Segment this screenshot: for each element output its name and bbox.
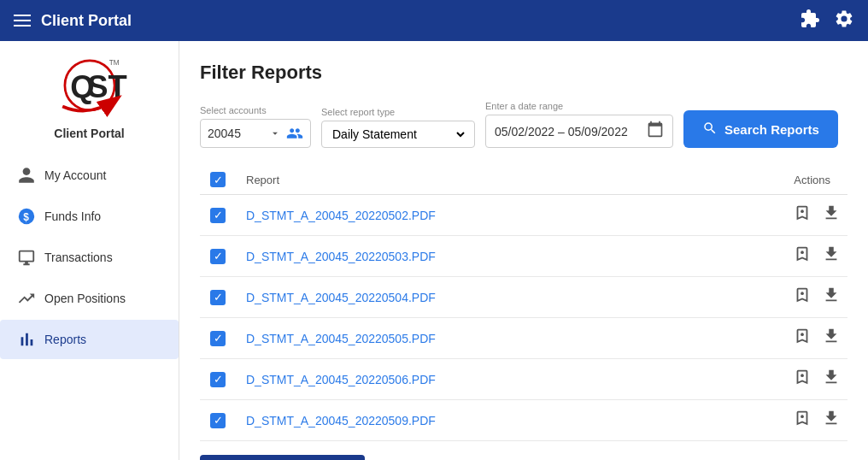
logo-container: Q ST TM Client Portal	[47, 55, 132, 140]
trending-up-icon	[17, 289, 36, 308]
report-type-label: Select report type	[321, 107, 475, 117]
svg-point-7	[801, 251, 804, 254]
download-icon-4[interactable]	[822, 368, 841, 391]
row-checkbox-0[interactable]: ✓	[210, 208, 226, 223]
col-report: Report	[236, 165, 703, 195]
calendar-icon[interactable]	[647, 121, 664, 142]
select-all-checkbox[interactable]: ✓	[210, 172, 226, 187]
sidebar-item-label: Reports	[44, 333, 86, 346]
col-actions: Actions	[703, 165, 847, 195]
row-checkbox-1[interactable]: ✓	[210, 249, 226, 264]
sidebar-item-transactions[interactable]: Transactions	[0, 238, 179, 277]
svg-point-9	[801, 333, 804, 336]
settings-icon[interactable]	[834, 9, 854, 33]
svg-point-8	[801, 292, 804, 295]
topnav: Client Portal	[0, 0, 868, 41]
preview-icon-4[interactable]	[793, 368, 812, 391]
preview-icon-5[interactable]	[793, 409, 812, 432]
main-content: Filter Reports Select accounts 20045 Sel…	[179, 41, 868, 460]
report-link-3[interactable]: D_STMT_A_20045_20220505.PDF	[246, 332, 436, 345]
table-row: ✓ D_STMT_A_20045_20220505.PDF	[200, 318, 847, 359]
download-icon-2[interactable]	[822, 286, 841, 309]
svg-point-10	[801, 374, 804, 377]
sidebar-item-open-positions[interactable]: Open Positions	[0, 279, 179, 318]
download-selected-button[interactable]: Download selected	[200, 455, 365, 460]
sidebar-item-reports[interactable]: Reports	[0, 320, 179, 359]
plugin-icon[interactable]	[800, 9, 820, 33]
row-checkbox-4[interactable]: ✓	[210, 372, 226, 387]
sidebar-item-label: Transactions	[44, 251, 113, 264]
svg-point-6	[801, 209, 804, 213]
sidebar-item-funds-info[interactable]: $ Funds Info	[0, 197, 179, 236]
logo-image: Q ST TM	[47, 55, 132, 123]
row-checkbox-2[interactable]: ✓	[210, 290, 226, 305]
person-icon	[17, 166, 36, 185]
dollar-icon: $	[17, 207, 36, 226]
hamburger-menu[interactable]	[14, 15, 31, 27]
preview-icon-1[interactable]	[793, 245, 812, 268]
account-select-wrap: 20045	[200, 119, 311, 148]
account-label: Select accounts	[200, 105, 311, 115]
download-icon-5[interactable]	[822, 409, 841, 432]
report-type-filter-group: Select report type Daily Statement Month…	[321, 107, 475, 148]
date-range-wrap[interactable]: 05/02/2022 – 05/09/2022	[485, 115, 673, 148]
bar-chart-icon	[17, 330, 36, 349]
search-reports-button[interactable]: Search Reports	[683, 110, 838, 148]
preview-icon-3[interactable]	[793, 327, 812, 350]
sidebar: Q ST TM Client Portal My Account	[0, 41, 179, 460]
sidebar-nav: My Account $ Funds Info Transactions Ope…	[0, 154, 179, 361]
sidebar-item-label: Open Positions	[44, 292, 126, 305]
download-icon-0[interactable]	[822, 203, 841, 227]
download-icon-1[interactable]	[822, 245, 841, 268]
monitor-icon	[17, 248, 36, 267]
table-row: ✓ D_STMT_A_20045_20220506.PDF	[200, 359, 847, 400]
sidebar-item-my-account[interactable]: My Account	[0, 156, 179, 195]
sidebar-item-label: My Account	[44, 168, 106, 182]
dropdown-chevron-icon	[269, 127, 281, 139]
table-row: ✓ D_STMT_A_20045_20220509.PDF	[200, 400, 847, 441]
report-type-select[interactable]: Daily Statement Monthly Statement Trade …	[329, 127, 467, 142]
preview-icon-2[interactable]	[793, 286, 812, 309]
download-icon-3[interactable]	[822, 327, 841, 350]
report-link-4[interactable]: D_STMT_A_20045_20220506.PDF	[246, 373, 436, 386]
filter-row: Select accounts 20045 Select report type…	[200, 101, 847, 148]
topnav-icons	[800, 9, 854, 33]
preview-icon-0[interactable]	[793, 203, 812, 227]
report-type-select-wrap[interactable]: Daily Statement Monthly Statement Trade …	[321, 121, 475, 148]
search-icon	[702, 121, 718, 139]
table-row: ✓ D_STMT_A_20045_20220502.PDF	[200, 195, 847, 236]
row-checkbox-3[interactable]: ✓	[210, 331, 226, 346]
svg-point-11	[801, 415, 804, 418]
people-icon	[286, 125, 303, 142]
report-link-0[interactable]: D_STMT_A_20045_20220502.PDF	[246, 209, 436, 222]
account-filter-group: Select accounts 20045	[200, 105, 311, 148]
svg-text:ST: ST	[87, 69, 126, 104]
account-value: 20045	[208, 127, 264, 140]
date-range-filter-group: Enter a date range 05/02/2022 – 05/09/20…	[485, 101, 673, 148]
table-row: ✓ D_STMT_A_20045_20220504.PDF	[200, 277, 847, 318]
date-range-value: 05/02/2022 – 05/09/2022	[495, 125, 640, 139]
page-title: Filter Reports	[200, 62, 847, 84]
sidebar-item-label: Funds Info	[44, 209, 101, 223]
report-link-5[interactable]: D_STMT_A_20045_20220509.PDF	[246, 414, 436, 428]
app-title: Client Portal	[41, 12, 132, 30]
sidebar-logo-label: Client Portal	[54, 127, 124, 140]
search-reports-label: Search Reports	[724, 122, 819, 137]
reports-table: ✓ Report Actions ✓ D_STMT_A_20045_202205…	[200, 165, 847, 441]
report-link-1[interactable]: D_STMT_A_20045_20220503.PDF	[246, 250, 436, 263]
report-link-2[interactable]: D_STMT_A_20045_20220504.PDF	[246, 291, 436, 304]
svg-text:$: $	[23, 211, 29, 223]
table-row: ✓ D_STMT_A_20045_20220503.PDF	[200, 236, 847, 277]
date-range-label: Enter a date range	[485, 101, 673, 111]
row-checkbox-5[interactable]: ✓	[210, 413, 226, 428]
svg-text:TM: TM	[108, 59, 119, 67]
